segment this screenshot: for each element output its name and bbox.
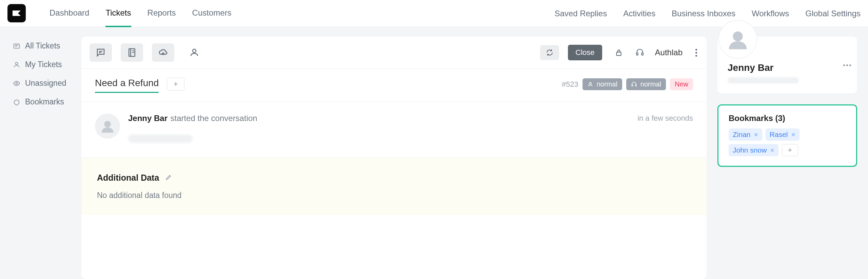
sidebar-item-label: Bookmarks [25,97,64,106]
bookmark-icon [13,98,20,106]
app-logo[interactable] [7,4,26,22]
ticket-header: Need a Refund + #523 normal normal New [81,69,707,102]
remove-tag-icon[interactable]: × [791,131,795,139]
ticket-title[interactable]: Need a Refund [95,78,159,93]
sidebar-item-bookmarks[interactable]: Bookmarks [0,93,81,111]
note-button[interactable] [121,43,143,62]
svg-point-8 [589,82,591,84]
user-icon [13,61,20,68]
additional-data-title: Additional Data [97,173,159,183]
avatar-icon [726,27,750,51]
reply-button[interactable] [90,43,112,62]
nav-activities[interactable]: Activities [623,0,655,26]
agent-name[interactable]: Authlab [655,48,683,57]
user-card-avatar[interactable] [719,20,757,58]
nav-dashboard[interactable]: Dashboard [50,0,89,27]
nav-customers[interactable]: Customers [192,0,232,27]
author-avatar[interactable] [95,114,120,139]
content: Close Authlab Need a Refund + #523 [81,26,868,279]
conversation-item: Jenny Bar started the conversation in a … [81,102,707,158]
edit-additional-button[interactable] [165,174,172,182]
ticket-id: #523 [562,80,578,89]
notebook-icon [127,47,137,58]
bookmark-tag[interactable]: John snow × [729,144,778,156]
status-badge[interactable]: New [670,78,693,90]
main: All Tickets My Tickets Unassigned Bookma… [0,26,868,279]
svg-rect-5 [616,52,621,56]
bookmark-tag[interactable]: Rasel × [766,128,800,141]
cloud-download-icon [158,47,168,58]
conversation-time: in a few seconds [637,114,693,123]
headset-small-icon [631,81,637,87]
cloud-button[interactable] [152,43,174,62]
sidebar-item-all-tickets[interactable]: All Tickets [0,37,81,55]
conversation-action: started the conversation [171,114,257,123]
svg-point-4 [193,49,196,53]
sidebar-item-label: My Tickets [25,60,62,69]
user-outline-icon [189,47,199,58]
priority-badge[interactable]: normal [583,78,622,90]
user-card-more[interactable] [843,64,851,66]
chat-icon [96,47,106,58]
svg-point-12 [733,32,743,41]
svg-rect-7 [642,53,643,55]
bookmark-tag-label: John snow [733,146,767,154]
avatar-icon [100,118,115,134]
nav-reports[interactable]: Reports [147,0,176,27]
ticket-meta: #523 normal normal New [562,78,693,90]
nav-tickets[interactable]: Tickets [105,0,131,27]
bookmarks-card: Bookmarks (3) Zinan × Rasel × John snow … [717,104,857,167]
topnav-right: Saved Replies Activities Business Inboxe… [554,0,861,26]
headset-icon [635,48,644,57]
conversation-content-placeholder [128,135,193,143]
user-card: Jenny Bar [717,37,857,94]
add-title-button[interactable]: + [167,78,184,91]
add-bookmark-button[interactable]: + [782,144,798,156]
refresh-button[interactable] [540,45,559,60]
bookmarks-title: Bookmarks (3) [729,114,846,123]
lock-icon [614,48,623,57]
svg-point-11 [104,121,111,127]
ticket-toolbar: Close Authlab [81,37,707,69]
pencil-icon [165,174,172,181]
remove-tag-icon[interactable]: × [770,146,774,154]
bookmarks-tags: Zinan × Rasel × John snow × + [729,128,846,156]
nav-workflows[interactable]: Workflows [752,0,789,26]
lock-button[interactable] [614,48,623,57]
nav-global-settings[interactable]: Global Settings [805,0,861,26]
bookmark-tag-label: Zinan [733,131,751,139]
bookmark-tag-label: Rasel [770,131,788,139]
sidebar-item-my-tickets[interactable]: My Tickets [0,55,81,74]
tickets-icon [13,42,20,50]
user-card-email-placeholder [728,77,799,83]
person-icon [587,81,593,87]
refresh-icon [546,48,554,57]
channel-label: normal [640,80,661,88]
svg-point-2 [16,82,18,84]
svg-point-1 [15,62,18,64]
sidebar-item-unassigned[interactable]: Unassigned [0,74,81,93]
right-column: Jenny Bar Bookmarks (3) Zinan × Rasel × [717,37,857,279]
nav-business-inboxes[interactable]: Business Inboxes [672,0,735,26]
svg-rect-6 [636,53,638,55]
eye-icon [13,80,20,87]
user-card-name: Jenny Bar [728,62,847,73]
remove-tag-icon[interactable]: × [754,131,758,139]
agent-icon-button[interactable] [635,48,644,57]
close-button[interactable]: Close [568,45,602,60]
nav-saved-replies[interactable]: Saved Replies [554,0,607,26]
channel-badge[interactable]: normal [626,78,666,90]
additional-data-section: Additional Data No additional data found [81,158,707,215]
logo-icon [11,8,22,18]
priority-label: normal [597,80,617,88]
sidebar-item-label: All Tickets [25,41,60,51]
svg-rect-9 [632,84,633,86]
svg-rect-10 [635,84,636,86]
assign-button[interactable] [183,43,205,62]
sidebar: All Tickets My Tickets Unassigned Bookma… [0,26,81,279]
ticket-more-menu[interactable] [694,47,698,58]
conversation-author: Jenny Bar [128,114,167,123]
bookmark-tag[interactable]: Zinan × [729,128,762,141]
topnav-left: Dashboard Tickets Reports Customers [50,0,554,27]
ticket-panel: Close Authlab Need a Refund + #523 [81,37,707,279]
